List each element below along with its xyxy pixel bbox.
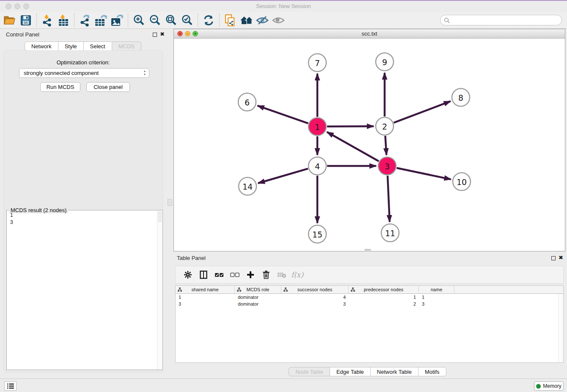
tab-select[interactable]: Select [83, 41, 112, 51]
float-panel-icon[interactable] [153, 33, 157, 37]
export-table-icon[interactable] [93, 13, 109, 28]
column-visibility-icon[interactable] [195, 268, 211, 282]
refresh-view-icon[interactable] [201, 13, 217, 28]
cell-name: 3 [419, 301, 454, 307]
svg-text:6: 6 [245, 98, 250, 107]
edge-1-6[interactable] [258, 106, 308, 124]
cell-mcds-role: dominator [235, 294, 281, 301]
search-input[interactable] [452, 17, 561, 23]
network-canvas[interactable]: 7968124314101511 [174, 39, 565, 251]
node-1[interactable]: 1 [308, 118, 326, 135]
svg-text:11: 11 [385, 229, 395, 238]
result-line: 1 [10, 212, 157, 219]
result-line: 3 [10, 219, 157, 226]
table-close-icon[interactable]: ✖ [559, 254, 563, 261]
edge-2-8[interactable] [394, 101, 451, 123]
toolbar-separator [74, 14, 74, 27]
node-2[interactable]: 2 [376, 117, 394, 135]
control-panel-title: Control Panel [6, 31, 39, 38]
edge-3-1[interactable] [327, 132, 379, 161]
zoom-out-icon[interactable] [147, 13, 163, 28]
node-9[interactable]: 9 [376, 53, 394, 71]
show-graphics-details-icon[interactable] [270, 13, 286, 28]
tab-mcds[interactable]: MCDS [112, 41, 141, 51]
main-toolbar [0, 12, 567, 29]
table-settings-icon[interactable] [180, 268, 195, 282]
memory-label: Memory [543, 383, 561, 389]
select-all-icon[interactable] [211, 268, 227, 282]
toolbar-separator [36, 14, 37, 27]
close-panel-button[interactable]: Close panel [86, 82, 130, 92]
home-view-icon[interactable] [238, 13, 254, 28]
zoom-in-icon[interactable] [131, 13, 147, 28]
node-3[interactable]: 3 [378, 157, 396, 175]
tab-network[interactable]: Network [25, 41, 58, 51]
column-header-name[interactable]: name [419, 286, 454, 294]
import-table-icon[interactable] [55, 13, 72, 28]
edge-3-11[interactable] [388, 176, 390, 222]
clone-network-icon[interactable] [222, 13, 238, 28]
table-body: 1dominator4113dominator323 [176, 294, 563, 307]
edge-4-14[interactable] [258, 168, 308, 183]
table-panel: Table Panel ✖ f(x) [172, 253, 567, 378]
result-scrollbar[interactable] [157, 210, 162, 370]
delete-table-icon [274, 268, 289, 282]
save-session-icon[interactable] [18, 13, 34, 28]
search-icon [444, 17, 450, 23]
node-6[interactable]: 6 [238, 93, 256, 111]
add-row-icon[interactable] [242, 268, 258, 282]
cell-successor-nodes: 4 [281, 294, 349, 301]
edge-2-3[interactable] [385, 136, 386, 155]
task-history-button[interactable] [4, 381, 17, 391]
hide-graphics-details-icon[interactable] [254, 13, 270, 28]
split-divider-handle[interactable] [168, 199, 172, 206]
cell-predecessor-nodes: 2 [349, 301, 419, 307]
control-panel-header: Control Panel ✖ [0, 30, 166, 41]
search-field[interactable] [440, 15, 562, 25]
import-network-icon[interactable] [39, 13, 55, 28]
close-panel-icon[interactable]: ✖ [160, 31, 165, 37]
table-tab-network-table[interactable]: Network Table [370, 367, 418, 376]
run-mcds-button[interactable]: Run MCDS [40, 82, 80, 92]
table-row[interactable]: 1dominator411 [176, 294, 563, 301]
network-graph[interactable]: 7968124314101511 [174, 39, 565, 251]
zoom-selected-icon[interactable] [179, 13, 195, 28]
svg-text:2: 2 [382, 122, 387, 131]
table-tab-edge-table[interactable]: Edge Table [330, 367, 371, 376]
zoom-fit-icon[interactable] [163, 13, 179, 28]
node-14[interactable]: 14 [239, 177, 256, 195]
memory-button[interactable]: Memory [534, 381, 564, 391]
network-window-titlebar[interactable]: ✕ − + scc.txt [174, 29, 565, 39]
export-network-icon[interactable] [77, 13, 93, 28]
column-header-shared-name[interactable]: shared name [176, 286, 235, 294]
column-header-predecessor-nodes[interactable]: predecessor nodes [349, 286, 419, 294]
table-float-icon[interactable] [551, 256, 556, 260]
function-builder-icon: f(x) [289, 268, 305, 282]
node-8[interactable]: 8 [452, 88, 470, 106]
column-header-successor-nodes[interactable]: successor nodes [281, 286, 349, 294]
tab-style[interactable]: Style [58, 41, 84, 51]
edge-3-10[interactable] [397, 168, 451, 179]
criterion-dropdown[interactable]: strongly connected component ▲▼ [19, 68, 149, 78]
edge-1-2[interactable] [327, 126, 374, 127]
node-7[interactable]: 7 [308, 54, 326, 72]
node-10[interactable]: 10 [453, 173, 471, 190]
node-15[interactable]: 15 [308, 225, 326, 243]
table-tab-node-table[interactable]: Node Table [289, 367, 330, 376]
svg-text:7: 7 [315, 58, 320, 68]
mcds-result-list[interactable]: 13 [7, 212, 157, 370]
node-11[interactable]: 11 [381, 224, 399, 242]
cell-successor-nodes: 3 [281, 301, 349, 307]
table-scrollbar[interactable] [558, 294, 563, 362]
table-row[interactable]: 3dominator323 [176, 301, 563, 307]
network-hscroll[interactable] [364, 249, 371, 251]
delete-row-icon[interactable] [258, 268, 274, 282]
deselect-all-icon[interactable] [227, 268, 242, 282]
table-toolbar: f(x) [175, 266, 564, 284]
table-tab-motifs[interactable]: Motifs [418, 367, 446, 376]
node-4[interactable]: 4 [308, 157, 326, 175]
optimization-criterion-label: Optimization criterion: [4, 59, 162, 66]
open-session-icon[interactable] [2, 13, 18, 28]
export-image-icon[interactable] [109, 13, 125, 28]
column-header-mcds-role[interactable]: MCDS role [235, 286, 281, 294]
